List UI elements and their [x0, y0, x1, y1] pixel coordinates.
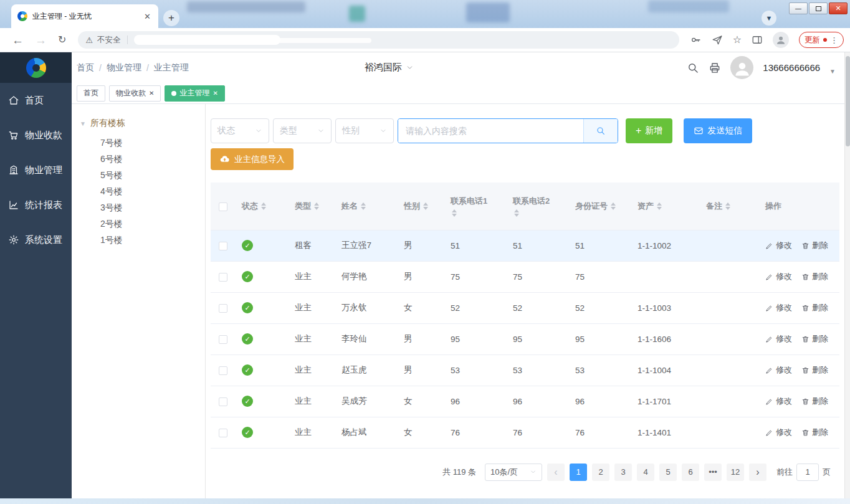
row-checkbox[interactable]: [219, 429, 227, 437]
breadcrumb-item[interactable]: 物业管理: [107, 62, 141, 74]
page-button[interactable]: 5: [659, 464, 677, 481]
page-ellipsis[interactable]: •••: [704, 464, 722, 481]
tree-item-building[interactable]: 6号楼: [72, 151, 205, 167]
row-checkbox[interactable]: [219, 366, 227, 375]
edit-button[interactable]: 修改: [765, 271, 792, 282]
tab-search-button[interactable]: ▼: [762, 11, 776, 26]
table-row[interactable]: ✓ 租客 王立强7 男 51 51 51 1-1-1002 修改 删除: [211, 230, 839, 261]
user-phone[interactable]: 13666666666: [763, 62, 820, 73]
row-checkbox[interactable]: [219, 304, 227, 313]
page-button[interactable]: 12: [727, 464, 744, 481]
tab-owner-management[interactable]: 业主管理 ✕: [165, 85, 224, 102]
minimize-button[interactable]: —: [789, 2, 808, 14]
column-header-phone2[interactable]: 联系电话2: [507, 183, 569, 230]
page-button[interactable]: 6: [682, 464, 699, 481]
edit-button[interactable]: 修改: [765, 302, 792, 313]
key-icon[interactable]: [690, 34, 702, 45]
page-button[interactable]: 1: [570, 464, 587, 481]
table-row[interactable]: ✓ 业主 何学艳 男 75 75 75 修改 删除: [211, 261, 839, 292]
forward-button[interactable]: →: [35, 34, 47, 46]
close-icon[interactable]: ✕: [212, 90, 217, 97]
tree-root-all-buildings[interactable]: ▼ 所有楼栋: [72, 118, 205, 129]
security-label[interactable]: 不安全: [97, 35, 121, 45]
chevron-down-icon[interactable]: ▼: [829, 68, 836, 75]
column-header-type[interactable]: 类型: [289, 183, 335, 230]
company-selector[interactable]: 裕鸿国际: [365, 52, 414, 83]
tab-home[interactable]: 首页: [77, 85, 105, 102]
scrollbar-thumb[interactable]: [846, 56, 850, 146]
page-button[interactable]: 3: [614, 464, 632, 481]
breadcrumb-item[interactable]: 首页: [77, 62, 94, 74]
browser-tab[interactable]: 业主管理 - 业无忧 ✕: [11, 4, 158, 28]
maximize-button[interactable]: [809, 2, 828, 14]
sidebar-item-home[interactable]: 首页: [0, 83, 72, 118]
column-header-gender[interactable]: 性别: [398, 183, 444, 230]
sort-icon[interactable]: [725, 202, 730, 210]
column-header-remark[interactable]: 备注: [700, 183, 759, 230]
table-row[interactable]: ✓ 业主 赵玉虎 男 53 53 53 1-1-1004 修改 删除: [211, 354, 839, 386]
sort-icon[interactable]: [361, 202, 366, 210]
caret-down-icon[interactable]: ▼: [80, 120, 86, 127]
delete-button[interactable]: 删除: [801, 427, 828, 438]
edit-button[interactable]: 修改: [765, 333, 792, 345]
page-button[interactable]: 2: [592, 464, 609, 481]
page-size-select[interactable]: 10条/页: [485, 464, 542, 481]
sort-icon[interactable]: [611, 202, 616, 210]
browser-update-button[interactable]: 更新 ⋮: [799, 32, 844, 48]
send-sms-button[interactable]: 发送短信: [684, 118, 752, 143]
page-button[interactable]: 4: [637, 464, 654, 481]
new-tab-button[interactable]: +: [163, 10, 179, 26]
add-button[interactable]: + 新增: [626, 118, 672, 143]
row-checkbox[interactable]: [219, 335, 227, 344]
search-input[interactable]: [398, 119, 583, 143]
edit-button[interactable]: 修改: [765, 240, 792, 251]
tree-item-building[interactable]: 1号楼: [72, 232, 205, 248]
table-row[interactable]: ✓ 业主 吴成芳 女 96 96 96 1-1-1701 修改 删除: [211, 386, 839, 417]
tree-item-building[interactable]: 2号楼: [72, 216, 205, 232]
next-page-button[interactable]: ›: [749, 464, 766, 481]
column-header-status[interactable]: 状态: [236, 183, 289, 230]
delete-button[interactable]: 删除: [801, 364, 828, 376]
sidebar-item-reports[interactable]: 统计报表: [0, 188, 72, 222]
table-row[interactable]: ✓ 业主 杨占斌 女 76 76 76 1-1-1401 修改 删除: [211, 417, 839, 448]
edit-button[interactable]: 修改: [765, 396, 792, 407]
bookmark-star-icon[interactable]: ☆: [733, 35, 742, 45]
delete-button[interactable]: 删除: [801, 271, 828, 282]
gender-select[interactable]: 性别: [335, 118, 394, 143]
sort-icon[interactable]: [657, 202, 662, 210]
tree-item-building[interactable]: 5号楼: [72, 167, 205, 183]
sort-icon[interactable]: [261, 202, 266, 210]
delete-button[interactable]: 删除: [801, 333, 828, 345]
side-panel-icon[interactable]: [752, 34, 763, 45]
user-avatar[interactable]: [730, 56, 753, 79]
sort-icon[interactable]: [514, 209, 519, 217]
import-owners-button[interactable]: 业主信息导入: [211, 148, 294, 170]
delete-button[interactable]: 删除: [801, 396, 828, 407]
tab-collection[interactable]: 物业收款 ✕: [109, 85, 161, 102]
table-row[interactable]: ✓ 业主 万永钦 女 52 52 52 1-1-1003 修改 删除: [211, 292, 839, 323]
tree-item-building[interactable]: 7号楼: [72, 135, 205, 151]
select-all-checkbox[interactable]: [219, 202, 227, 211]
delete-button[interactable]: 删除: [801, 302, 828, 313]
share-icon[interactable]: [712, 34, 723, 45]
close-button[interactable]: ✕: [829, 2, 848, 14]
column-header-name[interactable]: 姓名: [335, 183, 398, 230]
reload-button[interactable]: ↻: [58, 35, 66, 45]
search-button[interactable]: [583, 119, 618, 143]
search-icon[interactable]: [687, 62, 699, 74]
row-checkbox[interactable]: [219, 242, 227, 250]
sort-icon[interactable]: [314, 202, 319, 210]
column-header-phone1[interactable]: 联系电话1: [444, 183, 507, 230]
column-header-asset[interactable]: 资产: [631, 183, 700, 230]
print-icon[interactable]: [709, 62, 721, 74]
tree-item-building[interactable]: 4号楼: [72, 183, 205, 199]
tree-item-building[interactable]: 3号楼: [72, 199, 205, 216]
column-header-idnumber[interactable]: 身份证号: [569, 183, 631, 230]
address-bar[interactable]: ⚠ 不安全: [78, 31, 679, 49]
status-select[interactable]: 状态: [211, 118, 269, 143]
sort-icon[interactable]: [423, 202, 428, 210]
row-checkbox[interactable]: [219, 397, 227, 406]
type-select[interactable]: 类型: [273, 118, 332, 143]
prev-page-button[interactable]: ‹: [547, 464, 565, 481]
edit-button[interactable]: 修改: [765, 427, 792, 438]
